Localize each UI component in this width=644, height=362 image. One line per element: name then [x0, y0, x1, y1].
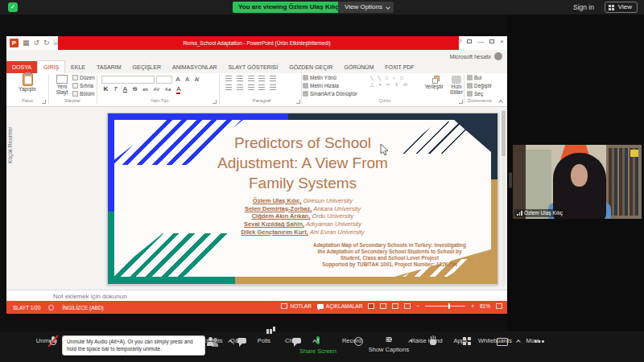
thumbnails-panel-tab[interactable]: Küçük Resimler — [7, 113, 20, 177]
language-indicator[interactable]: İNGİLİZCE (ABD) — [62, 305, 103, 311]
reading-view-icon[interactable] — [392, 303, 398, 309]
slide-canvas[interactable]: Predictors of School Adjustment: A View … — [107, 113, 498, 285]
text-direction-button[interactable]: Metin Yönü — [303, 74, 365, 82]
section-button[interactable]: Bölüm — [72, 90, 97, 98]
restore-icon[interactable] — [489, 39, 494, 43]
align-text-button[interactable]: Metni Hizala — [303, 82, 365, 90]
text-shadow-icon[interactable]: ab — [142, 87, 148, 92]
powerpoint-window: P ▦ ↺ ↻ ⌸ Roma_School Adaptation - Power… — [6, 36, 507, 314]
align-text-icon — [303, 83, 308, 88]
strikethrough-button[interactable]: S — [133, 85, 137, 93]
layout-button[interactable]: Düzen — [72, 74, 97, 82]
diagonal-stripes-decoration — [398, 121, 488, 154]
view-options-button[interactable]: View Options — [338, 2, 394, 13]
select-icon — [467, 91, 473, 97]
slide-title[interactable]: Predictors of School Adjustment: A View … — [203, 133, 402, 193]
tab-tasarim[interactable]: TASARIM — [91, 61, 127, 73]
ribbon-tabs: DOSYA GİRİŞ EKLE TASARIM GEÇİŞLER ANİMAS… — [6, 61, 507, 73]
select-button[interactable]: Seç — [467, 90, 507, 98]
change-case-icon[interactable]: Aa — [165, 87, 171, 92]
dialog-launcher-icon[interactable] — [296, 100, 300, 104]
increase-font-icon[interactable]: A — [175, 76, 180, 83]
tab-gorunum[interactable]: GÖRÜNÜM — [338, 61, 379, 73]
align-right-icon[interactable] — [248, 84, 254, 90]
increase-indent-icon[interactable] — [258, 76, 265, 81]
tab-giris[interactable]: GİRİŞ — [37, 60, 65, 73]
tab-dosya[interactable]: DOSYA — [6, 61, 37, 73]
underline-button[interactable]: A — [123, 85, 127, 93]
minimize-icon[interactable]: — — [477, 38, 484, 45]
zoom-in-icon[interactable]: + — [471, 303, 474, 309]
normal-view-icon[interactable] — [368, 303, 374, 309]
justify-icon[interactable] — [258, 84, 265, 90]
dialog-launcher-icon[interactable] — [213, 100, 217, 104]
bullets-icon[interactable] — [225, 76, 232, 81]
close-icon[interactable]: × — [500, 38, 504, 45]
slideshow-view-icon[interactable] — [404, 303, 411, 309]
video-background — [513, 145, 526, 219]
slide-sorter-view-icon[interactable] — [380, 303, 386, 309]
dialog-launcher-icon[interactable] — [459, 100, 463, 104]
italic-button[interactable]: T — [114, 85, 118, 93]
whiteboards-button[interactable]: Whiteboards — [473, 335, 517, 344]
align-left-icon[interactable] — [225, 84, 232, 90]
char-spacing-icon[interactable]: AV — [154, 87, 160, 92]
tab-gozden-gecir[interactable]: GÖZDEN GEÇİR — [283, 61, 338, 73]
tab-foxit-pdf[interactable]: FOXIT PDF — [379, 61, 419, 73]
font-size-box[interactable] — [156, 76, 172, 84]
decrease-indent-icon[interactable] — [248, 76, 254, 81]
replace-button[interactable]: Değiştir — [467, 82, 507, 90]
mouse-cursor — [380, 143, 390, 157]
notes-toggle[interactable]: NOTLAR — [281, 303, 311, 309]
numbering-icon[interactable] — [237, 76, 243, 81]
columns-icon[interactable] — [270, 84, 276, 90]
participant-video-tile[interactable]: Özlem Ulaş Kılıç — [513, 145, 642, 219]
smartart-button[interactable]: SmartArt'a Dönüştür — [303, 90, 365, 98]
accessibility-icon[interactable] — [48, 305, 54, 311]
font-name-box[interactable] — [101, 76, 155, 84]
decrease-font-icon[interactable]: A — [185, 76, 189, 82]
find-button[interactable]: Bul — [467, 74, 507, 82]
notes-pane[interactable]: Not eklemek için dokunun — [6, 290, 507, 301]
new-slide-button[interactable]: Yeni Slayt — [52, 73, 72, 98]
align-center-icon[interactable] — [237, 84, 243, 90]
view-grid-icon — [609, 5, 614, 10]
tab-ekle[interactable]: EKLE — [65, 61, 91, 73]
help-icon[interactable]: ? — [458, 38, 461, 45]
view-button[interactable]: View — [605, 2, 638, 13]
share-screen-icon: ↑ — [316, 336, 320, 344]
tab-animasyonlar[interactable]: ANİMASYONLAR — [167, 61, 223, 73]
dialog-launcher-icon[interactable] — [42, 100, 46, 104]
reset-button[interactable]: Sıfırla — [72, 82, 97, 90]
sign-in-link[interactable]: Sign in — [573, 3, 594, 11]
bold-button[interactable]: K — [104, 85, 109, 93]
new-slide-icon — [56, 75, 68, 84]
comments-icon — [317, 304, 324, 309]
fit-slide-icon[interactable] — [496, 303, 502, 309]
line-spacing-icon[interactable] — [270, 76, 276, 81]
tab-slayt-gosterisi[interactable]: SLAYT GÖSTERİSİ — [223, 61, 284, 73]
captions-icon: CC — [386, 337, 393, 342]
security-shield-icon[interactable]: ✓ — [8, 2, 18, 12]
more-button[interactable]: More — [511, 335, 555, 344]
zoom-level[interactable]: 81% — [480, 303, 490, 309]
ribbon-group-labels: Pano Slaytlar Yazı Tipi Paragraf Çizim D… — [6, 98, 507, 107]
ribbon-options-icon[interactable] — [467, 39, 472, 43]
slide-authors[interactable]: Özlem Ulaş Kılıç, Giresun University Sel… — [108, 197, 497, 237]
paste-button[interactable]: Yapıştır — [11, 73, 43, 98]
tab-gecisler[interactable]: GEÇİŞLER — [127, 61, 167, 73]
zoom-slider[interactable] — [425, 306, 465, 306]
zoom-out-icon[interactable]: − — [416, 303, 419, 309]
vertical-scrollbar[interactable] — [502, 109, 506, 286]
font-color-icon[interactable]: A — [176, 86, 180, 94]
clear-format-icon[interactable]: A̸ — [195, 76, 199, 82]
slide-border-decoration — [235, 277, 497, 284]
slide-indicator: SLAYT 1/20 — [13, 305, 40, 311]
panel-resize-grip[interactable] — [509, 172, 512, 188]
account-avatar — [494, 52, 502, 60]
group-yazi-tipi: Yazı Tipi — [101, 98, 217, 103]
microsoft-account[interactable]: Microsoft hesabı — [450, 52, 502, 60]
comments-toggle[interactable]: AÇIKLAMALAR — [317, 303, 363, 309]
slide-border-decoration — [108, 277, 235, 284]
project-note[interactable]: Adaptation Map of Secondary Schools in T… — [306, 242, 473, 268]
